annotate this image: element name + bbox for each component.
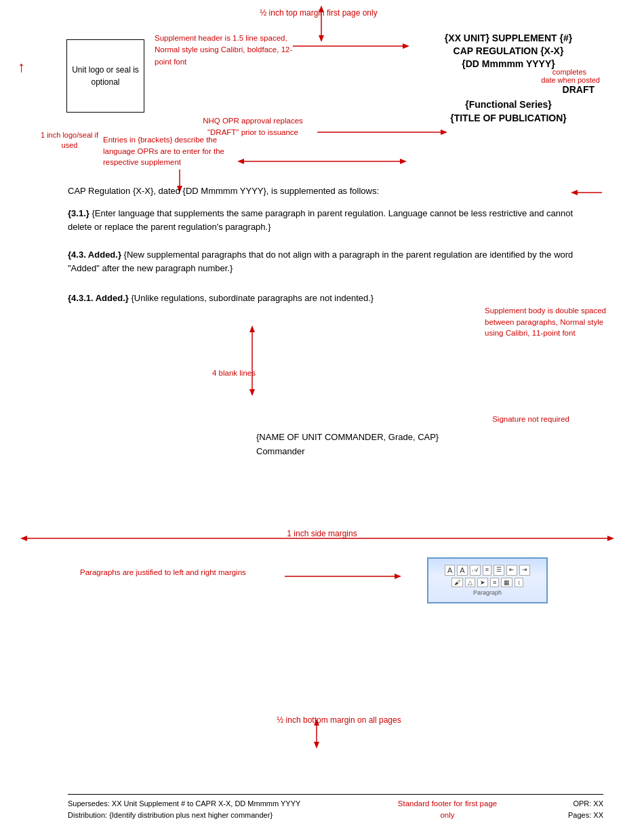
para-31-text: {Enter language that supplements the sam…	[68, 208, 573, 232]
date-line: {DD Mmmmm YYYY}	[410, 58, 607, 69]
svg-marker-18	[20, 536, 27, 541]
svg-marker-19	[607, 536, 614, 541]
footer-left: Supersedes: XX Unit Supplement # to CAPR…	[68, 798, 359, 821]
para-31: {3.1.} {Enter language that supplements …	[68, 207, 576, 233]
toolbar-btn-align: △	[465, 578, 475, 587]
para-43: {4.3. Added.} {New supplemental paragrap…	[68, 248, 576, 275]
svg-marker-16	[249, 389, 255, 396]
side-margins-container	[19, 533, 625, 544]
justified-arrow	[285, 572, 407, 580]
footer: Supersedes: XX Unit Supplement # to CAPR…	[68, 794, 603, 822]
blank-lines-arrow	[247, 325, 257, 397]
toolbar-btn-align3: ≡	[490, 578, 499, 587]
footer-opr: OPR: XX	[536, 798, 603, 810]
toolbar-btn-list2: ☰	[494, 565, 504, 576]
toolbar-btn-align2: ➤	[477, 578, 488, 587]
toolbar-row1: A A 𝒜 ≡ ☰ ⇤ ⇥	[445, 565, 530, 576]
left-up-arrow: ↑	[18, 60, 25, 75]
top-margin-label: ½ inch top margin first page only	[224, 8, 414, 18]
para-431-label: {4.3.1. Added.}	[68, 293, 129, 303]
body-style-annotation: Supplement body is double spaced between…	[485, 305, 624, 339]
para-431-text: {Unlike regulations, subordinate paragra…	[131, 293, 374, 303]
brackets-annotation: Entries in {brackets} describe the langu…	[103, 134, 249, 168]
footer-center: Standard footer for first page only	[392, 798, 504, 822]
toolbar-btn-indent2: ⇥	[519, 565, 530, 576]
justified-annotation: Paragraphs are justified to left and rig…	[80, 568, 246, 576]
toolbar-btn-spacing: ↕	[515, 578, 523, 587]
svg-marker-11	[237, 159, 244, 164]
logo-text: Unit logo or seal is optional	[67, 64, 144, 88]
toolbar-btn-color: 🖌	[451, 578, 463, 587]
svg-marker-21	[395, 574, 401, 579]
word-paragraph-screenshot: A A 𝒜 ≡ ☰ ⇤ ⇥ 🖌 △ ➤ ≡ ▦ ↕ Paragraph	[427, 557, 548, 603]
nhq-arrow	[317, 129, 453, 136]
intro-arrow	[569, 188, 603, 197]
draft-label: DRAFT	[410, 84, 595, 95]
sig-block: {NAME OF UNIT COMMANDER, Grade, CAP} Com…	[256, 431, 439, 459]
para-31-label: {3.1.}	[68, 208, 89, 218]
toolbar-btn-list1: ≡	[483, 565, 491, 576]
toolbar-btn-A2: A	[457, 565, 467, 576]
svg-marker-4	[403, 43, 409, 49]
cap-regulation-line: CAP REGULATION {X-X}	[410, 45, 607, 56]
toolbar-btn-font: 𝒜	[470, 565, 481, 576]
paragraph-label: Paragraph	[473, 589, 502, 596]
side-margins-arrow	[19, 533, 616, 544]
logo-box: Unit logo or seal is optional	[66, 39, 144, 113]
title-arrow	[237, 157, 407, 165]
header-style-annotation: Supplement header is 1.5 line spaced, No…	[155, 33, 294, 68]
title-publication: {TITLE OF PUBLICATION}	[410, 113, 607, 123]
unit-supplement-title: {XX UNIT} SUPPLEMENT {#}	[410, 33, 607, 43]
footer-supersedes: Supersedes: XX Unit Supplement # to CAPR…	[68, 798, 359, 810]
para-431: {4.3.1. Added.} {Unlike regulations, sub…	[68, 292, 478, 305]
logo-seal-annotation: 1 inch logo/seal if used	[37, 130, 102, 151]
svg-marker-24	[314, 742, 319, 749]
toolbar-row2: 🖌 △ ➤ ≡ ▦ ↕	[451, 578, 523, 587]
svg-marker-6	[441, 130, 447, 135]
toolbar-btn-A: A	[445, 565, 455, 576]
blank-lines-annotation: 4 blank lines	[193, 369, 275, 377]
svg-marker-2	[319, 35, 324, 42]
footer-right: OPR: XX Pages: XX	[536, 798, 603, 822]
bottom-margin-label: ½ inch bottom margin on all pages	[136, 715, 542, 725]
date-when-posted: date when posted	[410, 76, 600, 84]
para-43-text: {New supplemental paragraphs that do not…	[68, 250, 573, 273]
footer-distribution: Distribution: {Identify distribution plu…	[68, 810, 359, 821]
sig-not-required: Signature not required	[492, 415, 569, 423]
intro-paragraph: CAP Regulation {X-X}, dated {DD Mmmmm YY…	[68, 184, 576, 198]
functional-series: {Functional Series}	[410, 99, 607, 110]
svg-marker-13	[571, 190, 578, 195]
para-43-label: {4.3. Added.}	[68, 250, 121, 260]
toolbar-btn-align4: ▦	[501, 578, 512, 587]
svg-marker-10	[400, 159, 407, 164]
right-header-block: {XX UNIT} SUPPLEMENT {#} CAP REGULATION …	[410, 33, 607, 123]
page: ½ inch top margin first page only ↑ Unit…	[0, 0, 644, 834]
sig-name: {NAME OF UNIT COMMANDER, Grade, CAP}	[256, 431, 439, 445]
toolbar-btn-indent1: ⇤	[506, 565, 517, 576]
header-arrow	[293, 42, 415, 50]
svg-marker-15	[249, 325, 255, 332]
sig-title: Commander	[256, 445, 439, 459]
footer-pages: Pages: XX	[536, 810, 603, 822]
